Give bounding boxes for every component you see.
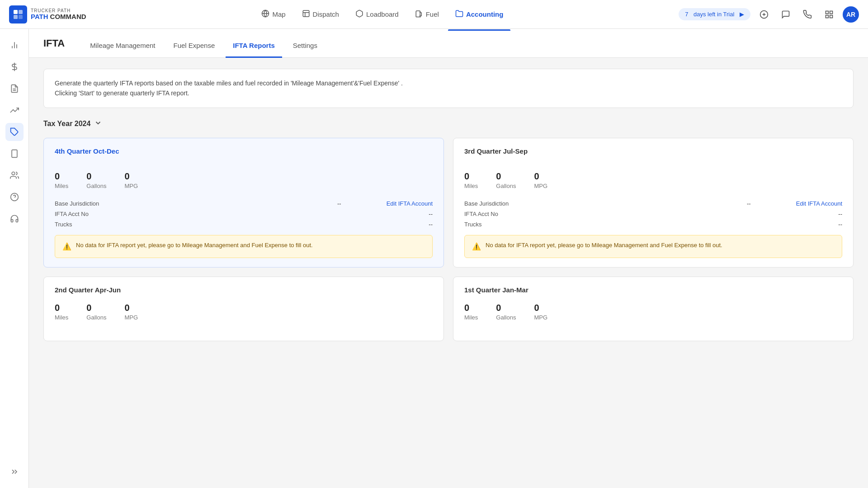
nav-right: 7 days left in Trial ▶ AR <box>679 6 859 23</box>
q1-gallons: 0 Gallons <box>496 303 516 321</box>
q3-stats: 0 Miles 0 Gallons 0 MPG <box>464 171 842 189</box>
top-navigation: TRUCKER PATH PATH COMMAND Map Dispatch L… <box>0 0 868 29</box>
q3-miles-label: Miles <box>464 183 478 189</box>
q4-acct-value: -- <box>429 211 433 217</box>
trial-label: days left in Trial <box>693 11 734 18</box>
q3-acct-label: IFTA Acct No <box>464 211 498 217</box>
sidebar-trendingup-icon[interactable] <box>5 101 24 119</box>
tab-settings[interactable]: Settings <box>286 42 325 58</box>
q2-mpg: 0 MPG <box>124 303 138 321</box>
q3-mpg-value: 0 <box>534 171 547 182</box>
page-title: IFTA <box>43 38 65 49</box>
q1-title: 1st Quarter Jan-Mar <box>464 286 842 294</box>
q3-trucks-label: Trucks <box>464 221 482 228</box>
message-icon-btn[interactable] <box>778 6 794 23</box>
trial-days: 7 <box>685 11 688 18</box>
info-box: Generate the quarterly IFTA reports base… <box>43 69 854 108</box>
logo-command: COMMAND <box>50 13 86 21</box>
q1-gallons-value: 0 <box>496 303 516 313</box>
loadboard-icon <box>355 9 363 19</box>
q4-acct-label: IFTA Acct No <box>55 211 89 217</box>
nav-accounting[interactable]: Accounting <box>448 6 511 23</box>
sidebar-receipt-icon[interactable] <box>5 80 24 98</box>
q2-stats: 0 Miles 0 Gallons 0 MPG <box>55 303 433 321</box>
info-line1: Generate the quarterly IFTA reports base… <box>55 78 842 88</box>
warning-icon-q4: ⚠️ <box>62 241 71 252</box>
q2-gallons-value: 0 <box>86 303 106 313</box>
sidebar-expand-icon[interactable] <box>5 463 24 481</box>
q4-base-jurisdiction-row: Base Jurisdiction -- Edit IFTA Account <box>55 200 433 207</box>
q4-base-jurisdiction-label: Base Jurisdiction <box>55 200 99 207</box>
q4-miles-label: Miles <box>55 183 68 189</box>
sidebar-dollar-icon[interactable] <box>5 58 24 76</box>
q4-mpg: 0 MPG <box>124 171 138 189</box>
svg-rect-2 <box>14 15 18 19</box>
q4-miles: 0 Miles <box>55 171 68 189</box>
q4-gallons-value: 0 <box>86 171 106 182</box>
quarters-grid: 4th Quarter Oct-Dec 0 Miles 0 Gallons 0 … <box>43 138 854 341</box>
quarter-card-q1: 1st Quarter Jan-Mar 0 Miles 0 Gallons 0 … <box>453 277 854 341</box>
nav-items: Map Dispatch Loadboard Fuel Accounting <box>86 6 679 23</box>
q3-trucks-row: Trucks -- <box>464 221 842 228</box>
q3-warning: ⚠️ No data for IFTA report yet, please g… <box>464 235 842 258</box>
q3-details: Base Jurisdiction -- Edit IFTA Account I… <box>464 200 842 228</box>
q3-acct-row: IFTA Acct No -- <box>464 211 842 217</box>
tax-year-selector[interactable]: Tax Year 2024 <box>43 119 854 129</box>
svg-rect-14 <box>830 15 833 18</box>
sidebar-device-icon[interactable] <box>5 145 24 163</box>
content-area: Generate the quarterly IFTA reports base… <box>29 58 868 352</box>
svg-point-24 <box>12 172 15 175</box>
nav-loadboard[interactable]: Loadboard <box>348 6 406 23</box>
tab-mileage[interactable]: Mileage Management <box>83 42 162 58</box>
nav-fuel[interactable]: Fuel <box>408 6 446 23</box>
q3-trucks-value: -- <box>838 221 842 228</box>
q3-base-jurisdiction-value: -- <box>747 200 751 207</box>
q2-mpg-value: 0 <box>124 303 138 313</box>
fuel-icon <box>415 9 423 19</box>
q1-miles-value: 0 <box>464 303 478 313</box>
svg-rect-3 <box>19 15 23 19</box>
nav-dispatch[interactable]: Dispatch <box>295 6 346 23</box>
q4-miles-value: 0 <box>55 171 68 182</box>
sidebar-headset-icon[interactable] <box>5 210 24 228</box>
q3-edit-ifta-link[interactable]: Edit IFTA Account <box>796 200 842 207</box>
logo[interactable]: TRUCKER PATH PATH COMMAND <box>9 5 86 23</box>
q4-details: Base Jurisdiction -- Edit IFTA Account I… <box>55 200 433 228</box>
q4-mpg-label: MPG <box>124 183 138 189</box>
q3-gallons: 0 Gallons <box>496 171 516 189</box>
q4-edit-ifta-link[interactable]: Edit IFTA Account <box>387 200 433 207</box>
q3-title: 3rd Quarter Jul-Sep <box>464 147 528 155</box>
warning-icon-q3: ⚠️ <box>472 241 481 252</box>
sidebar-chart-icon[interactable] <box>5 36 24 54</box>
q1-mpg: 0 MPG <box>534 303 547 321</box>
svg-rect-12 <box>830 11 833 14</box>
q4-gallons-label: Gallons <box>86 183 106 189</box>
user-avatar[interactable]: AR <box>843 6 859 23</box>
q2-gallons: 0 Gallons <box>86 303 106 321</box>
add-icon-btn[interactable] <box>756 6 772 23</box>
q1-mpg-value: 0 <box>534 303 547 313</box>
q3-miles-value: 0 <box>464 171 478 182</box>
sidebar-tag-icon[interactable] <box>5 123 24 141</box>
chevron-down-icon <box>94 119 102 129</box>
trial-badge[interactable]: 7 days left in Trial ▶ <box>679 8 750 20</box>
phone-icon-btn[interactable] <box>799 6 816 23</box>
tax-year-label: Tax Year 2024 <box>43 120 90 128</box>
q4-mpg-value: 0 <box>124 171 138 182</box>
q2-miles-value: 0 <box>55 303 68 313</box>
logo-path: PATH <box>31 13 48 21</box>
q3-base-jurisdiction-row: Base Jurisdiction -- Edit IFTA Account <box>464 200 842 207</box>
q1-stats: 0 Miles 0 Gallons 0 MPG <box>464 303 842 321</box>
q4-acct-row: IFTA Acct No -- <box>55 211 433 217</box>
quarter-card-q4: 4th Quarter Oct-Dec 0 Miles 0 Gallons 0 … <box>43 138 444 267</box>
q4-base-jurisdiction-value: -- <box>337 200 341 207</box>
q1-mpg-label: MPG <box>534 314 547 321</box>
nav-map[interactable]: Map <box>254 6 292 23</box>
q3-gallons-label: Gallons <box>496 183 516 189</box>
tab-ifta-reports[interactable]: IFTA Reports <box>226 42 282 58</box>
q3-gallons-value: 0 <box>496 171 516 182</box>
tab-fuel-expense[interactable]: Fuel Expense <box>166 42 222 58</box>
sidebar-users-icon[interactable] <box>5 166 24 184</box>
sidebar-help-icon[interactable] <box>5 188 24 206</box>
grid-icon-btn[interactable] <box>821 6 837 23</box>
